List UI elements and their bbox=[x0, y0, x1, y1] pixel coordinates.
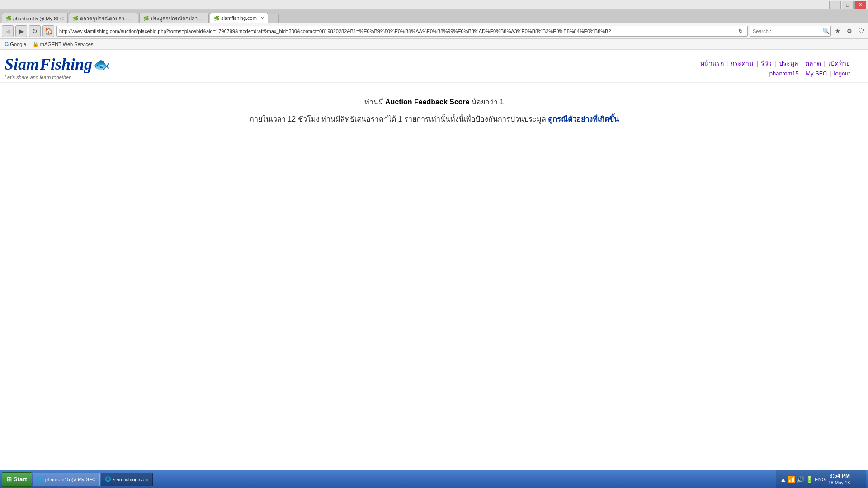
browser-chrome: − □ ✕ 🌿 phantom15 @ My SFC 🌿 ตลาดอุปกรณ์… bbox=[0, 0, 868, 50]
user-nav-username[interactable]: phantom15 bbox=[769, 70, 799, 77]
tab-close-icon[interactable]: ✕ bbox=[260, 16, 264, 21]
user-nav-sep-1: | bbox=[802, 70, 803, 77]
address-bar[interactable]: ↻ bbox=[56, 26, 748, 37]
tab-auction[interactable]: 🌿 ประมูลอุปกรณ์ตกปลา: SiamFishing... bbox=[139, 13, 209, 23]
bookmarks-bar: G Google 🔒 mAGENT Web Services bbox=[0, 39, 868, 50]
user-nav-sep-2: | bbox=[830, 70, 831, 77]
tab-icon: 🌿 bbox=[143, 16, 149, 21]
favorites-icon[interactable]: ★ bbox=[833, 26, 843, 36]
tab-icon: 🌿 bbox=[6, 16, 11, 21]
minimize-button[interactable]: − bbox=[829, 1, 841, 9]
google-icon: G bbox=[5, 41, 9, 47]
warning-text: ภายในเวลา 12 ชั่วโมง ท่านมีสิทธิเสนอราคา… bbox=[249, 115, 546, 123]
new-tab-button[interactable]: + bbox=[269, 14, 279, 23]
lock-icon: 🔒 bbox=[33, 41, 39, 47]
nav-sep-4: | bbox=[801, 60, 803, 67]
address-input[interactable] bbox=[59, 28, 736, 34]
warning-highlight: Auction Feedback Score bbox=[385, 98, 470, 106]
bookmark-label: mAGENT Web Services bbox=[40, 42, 94, 47]
bookmark-label: Google bbox=[10, 42, 26, 47]
site-header: SiamFishing 🐟 Let's share and learn toge… bbox=[0, 50, 868, 83]
fish-icon: 🐟 bbox=[93, 56, 110, 72]
nav-market[interactable]: ตลาด bbox=[805, 58, 821, 68]
site-logo[interactable]: SiamFishing 🐟 bbox=[5, 55, 110, 74]
maximize-button[interactable]: □ bbox=[842, 1, 854, 9]
tab-siamfishing-active[interactable]: 🌿 siamfishing.com ✕ bbox=[210, 13, 268, 23]
go-button[interactable]: ↻ bbox=[736, 27, 745, 36]
nav-sep-2: | bbox=[756, 60, 758, 67]
tab-label: ประมูลอุปกรณ์ตกปลา: SiamFishing... bbox=[151, 14, 205, 23]
logo-text-siam: Siam bbox=[5, 55, 39, 74]
nav-open[interactable]: เปิดท้าย bbox=[828, 58, 850, 68]
toolbar-icons: ★ ⚙ 🛡 bbox=[833, 26, 866, 36]
nav-sep-1: | bbox=[726, 60, 728, 67]
user-nav-logout[interactable]: logout bbox=[834, 70, 850, 77]
tab-label: ตลาดอุปกรณ์ตกปลา Market for Fi... bbox=[80, 14, 134, 23]
tab-icon: 🌿 bbox=[73, 16, 78, 21]
user-nav-menu: phantom15 | My SFC | logout bbox=[769, 70, 859, 77]
tab-market[interactable]: 🌿 ตลาดอุปกรณ์ตกปลา Market for Fi... bbox=[69, 13, 138, 23]
main-nav-menu: หน้าแรก | กระดาน | รีวิว | ประมูล | ตลาด… bbox=[700, 55, 859, 68]
nav-sep-5: | bbox=[824, 60, 826, 67]
back-button[interactable]: ◀ bbox=[2, 25, 14, 37]
navigation-bar: ◀ ▶ ↻ 🏠 ↻ 🔍 ★ ⚙ 🛡 bbox=[0, 23, 868, 39]
warning-suffix: น้อยกว่า 1 bbox=[470, 98, 504, 106]
bookmark-google[interactable]: G Google bbox=[3, 41, 28, 48]
warning-link[interactable]: ดูกรณีตัวอย่างที่เกิดขึ้น bbox=[548, 115, 619, 123]
tab-label: siamfishing.com bbox=[221, 15, 257, 21]
nav-board[interactable]: กระดาน bbox=[731, 58, 754, 68]
warning-message-line2: ภายในเวลา 12 ชั่วโมง ท่านมีสิทธิเสนอราคา… bbox=[9, 113, 859, 125]
tools-icon[interactable]: ⚙ bbox=[844, 26, 854, 36]
search-bar[interactable]: 🔍 bbox=[750, 26, 831, 37]
right-nav-area: หน้าแรก | กระดาน | รีวิว | ประมูล | ตลาด… bbox=[700, 55, 859, 77]
close-button[interactable]: ✕ bbox=[854, 1, 866, 9]
refresh-button[interactable]: ↻ bbox=[29, 25, 41, 37]
logo-tagline: Let's share and learn together. bbox=[5, 75, 110, 80]
nav-sep-3: | bbox=[774, 60, 776, 67]
nav-review[interactable]: รีวิว bbox=[761, 58, 772, 68]
main-content: ท่านมี Auction Feedback Score น้อยกว่า 1… bbox=[0, 83, 868, 144]
warning-prefix: ท่านมี bbox=[364, 98, 385, 106]
tab-bar: 🌿 phantom15 @ My SFC 🌿 ตลาดอุปกรณ์ตกปลา … bbox=[0, 10, 868, 23]
logo-text-fishing: Fishing bbox=[40, 55, 92, 74]
search-input[interactable] bbox=[750, 28, 821, 34]
tab-label: phantom15 @ My SFC bbox=[13, 16, 64, 21]
logo-area: SiamFishing 🐟 Let's share and learn toge… bbox=[5, 55, 110, 80]
search-icon[interactable]: 🔍 bbox=[821, 28, 830, 34]
user-nav-mysfc[interactable]: My SFC bbox=[806, 70, 827, 77]
website-content: SiamFishing 🐟 Let's share and learn toge… bbox=[0, 50, 868, 366]
warning-message-line1: ท่านมี Auction Feedback Score น้อยกว่า 1 bbox=[9, 96, 859, 108]
nav-auction[interactable]: ประมูล bbox=[779, 58, 798, 68]
title-bar-buttons: − □ ✕ bbox=[829, 1, 866, 9]
bookmark-magent[interactable]: 🔒 mAGENT Web Services bbox=[31, 41, 95, 47]
safety-icon[interactable]: 🛡 bbox=[856, 26, 866, 36]
forward-button[interactable]: ▶ bbox=[15, 25, 27, 37]
nav-home[interactable]: หน้าแรก bbox=[700, 58, 724, 68]
tab-icon: 🌿 bbox=[214, 16, 219, 21]
tab-phantom15[interactable]: 🌿 phantom15 @ My SFC bbox=[2, 13, 68, 23]
title-bar: − □ ✕ bbox=[0, 0, 868, 10]
home-button[interactable]: 🏠 bbox=[42, 25, 54, 37]
